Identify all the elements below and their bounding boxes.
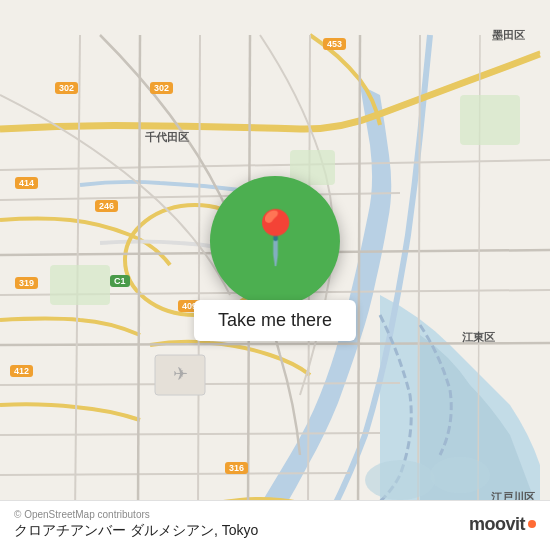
location-city: Tokyo — [222, 522, 259, 538]
take-me-there-button[interactable]: 📍 Take me there — [194, 176, 356, 341]
take-me-there-label[interactable]: Take me there — [194, 300, 356, 341]
pin-icon: 📍 — [243, 211, 308, 263]
map-container: ✈ 千代田区 墨田区 江東区 江戸川区 302 302 414 246 319 … — [0, 0, 550, 550]
road-c1: C1 — [110, 275, 130, 287]
location-icon-circle: 📍 — [210, 176, 340, 306]
svg-point-23 — [365, 460, 435, 500]
road-316: 316 — [225, 462, 248, 474]
attribution: © OpenStreetMap contributors — [14, 509, 258, 520]
bottom-left: © OpenStreetMap contributors クロアチアンバー ダル… — [14, 509, 258, 540]
moovit-logo-dot — [528, 520, 536, 528]
bottom-bar: © OpenStreetMap contributors クロアチアンバー ダル… — [0, 500, 550, 550]
road-414: 414 — [15, 177, 38, 189]
location-name: クロアチアンバー ダルメシアン, Tokyo — [14, 522, 258, 540]
road-302-mid: 302 — [150, 82, 173, 94]
location-name-text: クロアチアンバー ダルメシアン — [14, 522, 214, 538]
svg-rect-20 — [50, 265, 110, 305]
road-302-left: 302 — [55, 82, 78, 94]
road-412: 412 — [10, 365, 33, 377]
moovit-logo-text: moovit — [469, 514, 525, 535]
svg-point-24 — [430, 457, 490, 493]
road-453: 453 — [323, 38, 346, 50]
moovit-logo: moovit — [469, 514, 536, 535]
road-319: 319 — [15, 277, 38, 289]
svg-text:✈: ✈ — [173, 364, 188, 384]
road-246: 246 — [95, 200, 118, 212]
svg-rect-22 — [460, 95, 520, 145]
